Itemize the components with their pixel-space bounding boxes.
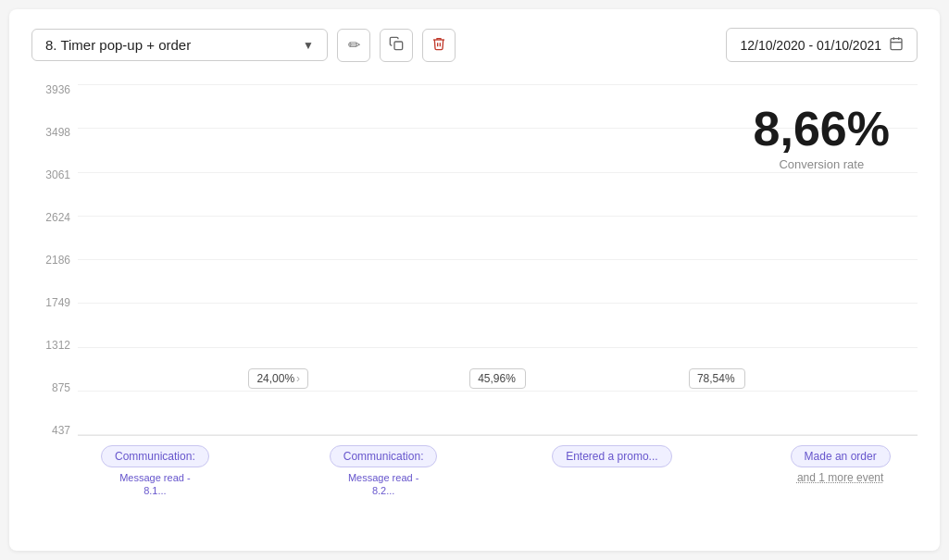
x-label-tag-3[interactable]: Entered a promo... — [552, 445, 671, 467]
x-label-tag-2[interactable]: Communication: — [330, 445, 438, 467]
copy-icon — [389, 36, 404, 55]
date-range-label: 12/10/2020 - 01/10/2021 — [740, 38, 881, 53]
y-label-5: 1749 — [31, 297, 78, 308]
funnel-dropdown[interactable]: 8. Timer pop-up + order ▼ — [31, 29, 328, 61]
y-label-3: 2624 — [31, 212, 78, 223]
y-label-0: 3936 — [31, 84, 78, 95]
y-label-4: 2186 — [31, 255, 78, 266]
more-event-label[interactable]: and 1 more event — [797, 471, 883, 484]
badge-24: 24,00% › — [242, 368, 316, 435]
y-label-6: 1312 — [31, 340, 78, 351]
edit-button[interactable]: ✏ — [337, 29, 370, 62]
main-card: 8. Timer pop-up + order ▼ ✏ — [9, 9, 940, 551]
y-label-1: 3498 — [31, 127, 78, 138]
toolbar: 8. Timer pop-up + order ▼ ✏ — [31, 28, 918, 62]
trash-icon — [431, 36, 446, 55]
x-label-group-2: Communication: Message read -8.2... — [306, 445, 461, 498]
copy-button[interactable] — [380, 29, 413, 62]
delete-button[interactable] — [422, 29, 456, 62]
x-label-tag-1[interactable]: Communication: — [101, 445, 209, 467]
y-label-2: 3061 — [31, 169, 78, 180]
funnel-dropdown-label: 8. Timer pop-up + order — [45, 37, 191, 53]
edit-icon: ✏ — [348, 36, 360, 54]
svg-rect-0 — [394, 42, 403, 50]
chevron-down-icon: ▼ — [303, 39, 314, 52]
x-label-sub-2: Message read -8.2... — [348, 471, 418, 498]
x-label-group-4: Made an order and 1 more event — [763, 445, 918, 498]
x-label-tag-4[interactable]: Made an order — [791, 445, 891, 467]
badge-45: 45,96% — [461, 368, 535, 435]
y-axis: 3936 3498 3061 2624 2186 1749 1312 875 4… — [31, 84, 78, 436]
date-range-button[interactable]: 12/10/2020 - 01/10/2021 — [726, 28, 918, 62]
svg-rect-1 — [891, 39, 902, 50]
x-label-group-3: Entered a promo... — [535, 445, 690, 498]
badge-45-label: 45,96% — [478, 372, 516, 385]
y-label-8: 437 — [31, 425, 78, 436]
chart-area: 3936 3498 3061 2624 2186 1749 1312 875 4… — [31, 84, 918, 436]
bars-container: 24,00% › 45,96% — [78, 84, 918, 435]
badge-78-label: 78,54% — [697, 372, 735, 385]
x-label-group-1: Communication: Message read -8.1... — [78, 445, 232, 498]
x-labels: Communication: Message read -8.1... Comm… — [31, 445, 918, 498]
chart-inner: 8,66% Conversion rate 24,00% › — [78, 84, 918, 436]
y-label-7: 875 — [31, 382, 78, 393]
calendar-icon — [889, 36, 904, 54]
x-label-sub-1: Message read -8.1... — [119, 471, 190, 498]
badge-24-label: 24,00% — [256, 372, 294, 385]
chevron-right-icon-1: › — [296, 372, 300, 385]
badge-78: 78,54% — [680, 368, 754, 435]
